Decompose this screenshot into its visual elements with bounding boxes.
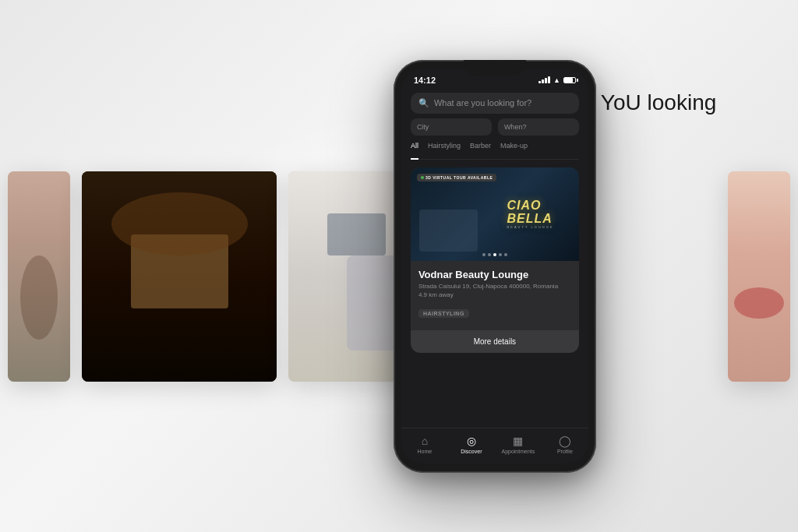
nav-item-profile[interactable]: ◯ Profile [542,435,588,454]
profile-label: Profile [557,449,573,454]
dot-3 [493,253,496,256]
phone-notch [464,60,526,76]
business-category-tag: HAIRSTYLING [418,309,469,318]
business-image-inner: CIAOBELLA BEAUTY LOUNGE [411,167,579,261]
business-card: CIAOBELLA BEAUTY LOUNGE 3D VIRTUAL TOUR … [411,167,579,353]
business-distance: 4.9 km away [418,291,571,298]
photo-card-lips [728,171,790,382]
home-label: Home [418,449,433,454]
business-image: CIAOBELLA BEAUTY LOUNGE 3D VIRTUAL TOUR … [411,167,579,261]
photo-image-lips [728,171,790,382]
photo-image-woman [8,171,70,382]
appointments-label: Appointments [501,449,535,454]
more-details-button[interactable]: More details [411,330,579,353]
bottom-nav: ⌂ Home ◎ Discover ▦ Appointments ◯ Profi… [401,428,588,463]
tab-makeup[interactable]: Make-up [500,142,528,154]
search-placeholder: What are you looking for? [434,98,531,107]
dot-1 [482,253,486,256]
discover-label: Discover [461,449,482,454]
dot-2 [488,253,491,256]
city-filter-button[interactable]: City [411,118,492,136]
virtual-tour-badge: 3D VIRTUAL TOUR AVAILABLE [417,174,496,181]
when-filter-button[interactable]: When? [498,118,579,136]
phone-frame: 14:12 ▲ 🔍 [394,60,596,473]
signal-bar-4 [548,76,550,83]
vt-badge-dot [421,176,424,179]
home-icon: ⌂ [422,435,428,447]
dot-4 [499,253,502,256]
discover-icon: ◎ [467,435,476,447]
photo-image-tattoo [82,171,277,382]
battery-icon [563,77,576,83]
appointments-icon: ▦ [513,435,523,447]
vt-badge-text: 3D VIRTUAL TOUR AVAILABLE [425,175,493,180]
salon-subtitle-sign: BEAUTY LOUNGE [507,226,554,229]
wifi-icon: ▲ [553,76,560,84]
signal-bar-1 [538,81,541,83]
search-bar[interactable]: 🔍 What are you looking for? [411,93,579,114]
phone-mockup: 14:12 ▲ 🔍 [394,60,596,473]
nav-item-appointments[interactable]: ▦ Appointments [495,435,542,454]
app-content: 🔍 What are you looking for? City When? A… [401,93,588,353]
photo-card-tattoo [82,171,277,382]
status-time: 14:12 [414,76,436,85]
signal-bars-icon [538,76,550,83]
image-dots [482,253,507,256]
signal-bar-2 [542,79,544,83]
signal-bar-3 [545,78,547,83]
phone-screen: 14:12 ▲ 🔍 [401,69,588,463]
business-address: Strada Caisului 19, Cluj-Napoca 400000, … [418,283,571,290]
tab-barber[interactable]: Barber [470,142,491,154]
photo-card-woman [8,171,70,382]
dot-5 [504,253,507,256]
nav-item-discover[interactable]: ◎ Discover [448,435,495,454]
salon-counter [419,210,478,252]
category-tabs: All Hairstyling Barber Make-up [411,142,579,160]
nav-item-home[interactable]: ⌂ Home [401,435,448,454]
search-icon: 🔍 [418,98,429,108]
business-name: Vodnar Beauty Lounge [418,269,571,280]
tab-hairstyling[interactable]: Hairstyling [428,142,461,154]
filter-row: City When? [411,118,579,136]
status-icons: ▲ [538,76,576,84]
tab-all[interactable]: All [411,142,418,160]
profile-icon: ◯ [559,435,571,447]
salon-name-sign: CIAOBELLA BEAUTY LOUNGE [507,199,554,230]
battery-fill [564,78,573,83]
business-info: Vodnar Beauty Lounge Strada Caisului 19,… [411,261,579,330]
